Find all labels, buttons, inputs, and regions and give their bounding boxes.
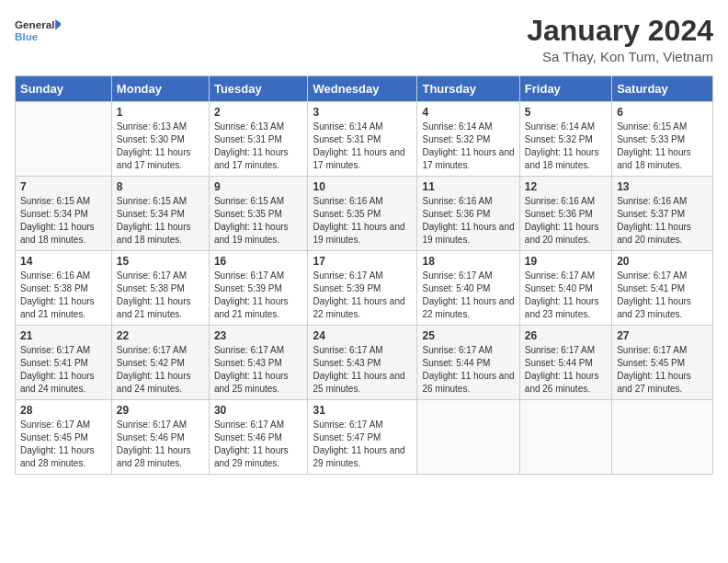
- page-header: General Blue January 2024 Sa Thay, Kon T…: [15, 15, 713, 64]
- cell-week1-day6: 6 Sunrise: 6:15 AM Sunset: 5:33 PM Dayli…: [612, 102, 713, 177]
- cell-week2-day3: 10 Sunrise: 6:16 AM Sunset: 5:35 PM Dayl…: [308, 177, 417, 251]
- day-number: 19: [525, 255, 607, 268]
- cell-week3-day4: 18 Sunrise: 6:17 AM Sunset: 5:40 PM Dayl…: [417, 251, 519, 326]
- day-number: 16: [214, 255, 303, 268]
- cell-week5-day1: 29 Sunrise: 6:17 AM Sunset: 5:46 PM Dayl…: [111, 400, 209, 475]
- week-row-4: 21 Sunrise: 6:17 AM Sunset: 5:41 PM Dayl…: [16, 326, 713, 400]
- day-number: 28: [20, 404, 107, 417]
- cell-week1-day1: 1 Sunrise: 6:13 AM Sunset: 5:30 PM Dayli…: [111, 102, 209, 177]
- day-info: Sunrise: 6:13 AM Sunset: 5:31 PM Dayligh…: [214, 121, 303, 172]
- day-number: 11: [422, 180, 514, 193]
- day-number: 13: [617, 180, 708, 193]
- calendar-table: SundayMondayTuesdayWednesdayThursdayFrid…: [15, 75, 713, 475]
- header-thursday: Thursday: [417, 76, 519, 102]
- cell-week1-day2: 2 Sunrise: 6:13 AM Sunset: 5:31 PM Dayli…: [209, 102, 308, 177]
- day-number: 2: [214, 106, 303, 119]
- header-sunday: Sunday: [16, 76, 112, 102]
- day-info: Sunrise: 6:17 AM Sunset: 5:39 PM Dayligh…: [313, 270, 412, 321]
- day-number: 29: [117, 404, 204, 417]
- day-number: 31: [313, 404, 412, 417]
- cell-week2-day5: 12 Sunrise: 6:16 AM Sunset: 5:36 PM Dayl…: [519, 177, 611, 251]
- day-number: 20: [617, 255, 708, 268]
- day-number: 5: [525, 106, 607, 119]
- day-info: Sunrise: 6:15 AM Sunset: 5:34 PM Dayligh…: [20, 195, 107, 247]
- day-info: Sunrise: 6:17 AM Sunset: 5:44 PM Dayligh…: [422, 344, 514, 396]
- header-wednesday: Wednesday: [308, 76, 417, 102]
- day-number: 30: [214, 404, 303, 417]
- day-info: Sunrise: 6:15 AM Sunset: 5:33 PM Dayligh…: [617, 121, 708, 172]
- week-row-3: 14 Sunrise: 6:16 AM Sunset: 5:38 PM Dayl…: [16, 251, 713, 326]
- svg-text:Blue: Blue: [15, 30, 39, 42]
- cell-week5-day2: 30 Sunrise: 6:17 AM Sunset: 5:46 PM Dayl…: [209, 400, 308, 475]
- day-info: Sunrise: 6:17 AM Sunset: 5:43 PM Dayligh…: [313, 344, 412, 396]
- cell-week4-day6: 27 Sunrise: 6:17 AM Sunset: 5:45 PM Dayl…: [612, 326, 713, 400]
- cell-week3-day0: 14 Sunrise: 6:16 AM Sunset: 5:38 PM Dayl…: [16, 251, 112, 326]
- location: Sa Thay, Kon Tum, Vietnam: [527, 49, 713, 64]
- day-info: Sunrise: 6:17 AM Sunset: 5:45 PM Dayligh…: [617, 344, 708, 396]
- cell-week2-day2: 9 Sunrise: 6:15 AM Sunset: 5:35 PM Dayli…: [209, 177, 308, 251]
- day-info: Sunrise: 6:17 AM Sunset: 5:40 PM Dayligh…: [525, 270, 607, 321]
- cell-week3-day5: 19 Sunrise: 6:17 AM Sunset: 5:40 PM Dayl…: [519, 251, 611, 326]
- cell-week3-day6: 20 Sunrise: 6:17 AM Sunset: 5:41 PM Dayl…: [612, 251, 713, 326]
- day-info: Sunrise: 6:14 AM Sunset: 5:32 PM Dayligh…: [525, 121, 607, 172]
- week-row-2: 7 Sunrise: 6:15 AM Sunset: 5:34 PM Dayli…: [16, 177, 713, 251]
- cell-week4-day3: 24 Sunrise: 6:17 AM Sunset: 5:43 PM Dayl…: [308, 326, 417, 400]
- day-number: 10: [313, 180, 412, 193]
- cell-week1-day5: 5 Sunrise: 6:14 AM Sunset: 5:32 PM Dayli…: [519, 102, 611, 177]
- day-info: Sunrise: 6:17 AM Sunset: 5:46 PM Dayligh…: [214, 419, 303, 470]
- cell-week2-day4: 11 Sunrise: 6:16 AM Sunset: 5:36 PM Dayl…: [417, 177, 519, 251]
- cell-week4-day4: 25 Sunrise: 6:17 AM Sunset: 5:44 PM Dayl…: [417, 326, 519, 400]
- day-number: 12: [525, 180, 607, 193]
- cell-week5-day0: 28 Sunrise: 6:17 AM Sunset: 5:45 PM Dayl…: [16, 400, 112, 475]
- cell-week5-day5: [519, 400, 611, 475]
- day-info: Sunrise: 6:13 AM Sunset: 5:30 PM Dayligh…: [117, 121, 204, 172]
- day-number: 23: [214, 329, 303, 342]
- logo: General Blue: [15, 15, 61, 52]
- header-tuesday: Tuesday: [209, 76, 308, 102]
- week-row-5: 28 Sunrise: 6:17 AM Sunset: 5:45 PM Dayl…: [16, 400, 713, 475]
- day-info: Sunrise: 6:17 AM Sunset: 5:41 PM Dayligh…: [617, 270, 708, 321]
- day-info: Sunrise: 6:15 AM Sunset: 5:35 PM Dayligh…: [214, 195, 303, 247]
- svg-text:General: General: [15, 18, 54, 30]
- header-monday: Monday: [111, 76, 209, 102]
- day-info: Sunrise: 6:17 AM Sunset: 5:43 PM Dayligh…: [214, 344, 303, 396]
- day-number: 24: [313, 329, 412, 342]
- day-info: Sunrise: 6:16 AM Sunset: 5:38 PM Dayligh…: [20, 270, 107, 321]
- title-block: January 2024 Sa Thay, Kon Tum, Vietnam: [527, 15, 713, 64]
- day-number: 1: [117, 106, 204, 119]
- day-number: 9: [214, 180, 303, 193]
- cell-week5-day6: [612, 400, 713, 475]
- day-number: 22: [117, 329, 204, 342]
- cell-week2-day6: 13 Sunrise: 6:16 AM Sunset: 5:37 PM Dayl…: [612, 177, 713, 251]
- cell-week1-day4: 4 Sunrise: 6:14 AM Sunset: 5:32 PM Dayli…: [417, 102, 519, 177]
- logo-svg: General Blue: [15, 15, 61, 52]
- day-info: Sunrise: 6:16 AM Sunset: 5:36 PM Dayligh…: [525, 195, 607, 247]
- cell-week2-day0: 7 Sunrise: 6:15 AM Sunset: 5:34 PM Dayli…: [16, 177, 112, 251]
- cell-week5-day4: [417, 400, 519, 475]
- day-number: 6: [617, 106, 708, 119]
- day-info: Sunrise: 6:17 AM Sunset: 5:39 PM Dayligh…: [214, 270, 303, 321]
- day-info: Sunrise: 6:17 AM Sunset: 5:47 PM Dayligh…: [313, 419, 412, 470]
- day-info: Sunrise: 6:17 AM Sunset: 5:40 PM Dayligh…: [422, 270, 514, 321]
- day-number: 7: [20, 180, 107, 193]
- day-number: 25: [422, 329, 514, 342]
- cell-week3-day3: 17 Sunrise: 6:17 AM Sunset: 5:39 PM Dayl…: [308, 251, 417, 326]
- cell-week5-day3: 31 Sunrise: 6:17 AM Sunset: 5:47 PM Dayl…: [308, 400, 417, 475]
- cell-week4-day1: 22 Sunrise: 6:17 AM Sunset: 5:42 PM Dayl…: [111, 326, 209, 400]
- cell-week3-day2: 16 Sunrise: 6:17 AM Sunset: 5:39 PM Dayl…: [209, 251, 308, 326]
- cell-week1-day3: 3 Sunrise: 6:14 AM Sunset: 5:31 PM Dayli…: [308, 102, 417, 177]
- day-info: Sunrise: 6:17 AM Sunset: 5:38 PM Dayligh…: [117, 270, 204, 321]
- cell-week4-day0: 21 Sunrise: 6:17 AM Sunset: 5:41 PM Dayl…: [16, 326, 112, 400]
- cell-week4-day2: 23 Sunrise: 6:17 AM Sunset: 5:43 PM Dayl…: [209, 326, 308, 400]
- cell-week2-day1: 8 Sunrise: 6:15 AM Sunset: 5:34 PM Dayli…: [111, 177, 209, 251]
- day-info: Sunrise: 6:16 AM Sunset: 5:36 PM Dayligh…: [422, 195, 514, 247]
- day-info: Sunrise: 6:17 AM Sunset: 5:45 PM Dayligh…: [20, 419, 107, 470]
- day-number: 26: [525, 329, 607, 342]
- day-info: Sunrise: 6:17 AM Sunset: 5:41 PM Dayligh…: [20, 344, 107, 396]
- day-info: Sunrise: 6:17 AM Sunset: 5:44 PM Dayligh…: [525, 344, 607, 396]
- month-title: January 2024: [527, 15, 713, 47]
- day-number: 27: [617, 329, 708, 342]
- day-number: 21: [20, 329, 107, 342]
- day-info: Sunrise: 6:17 AM Sunset: 5:42 PM Dayligh…: [117, 344, 204, 396]
- svg-marker-2: [55, 19, 61, 30]
